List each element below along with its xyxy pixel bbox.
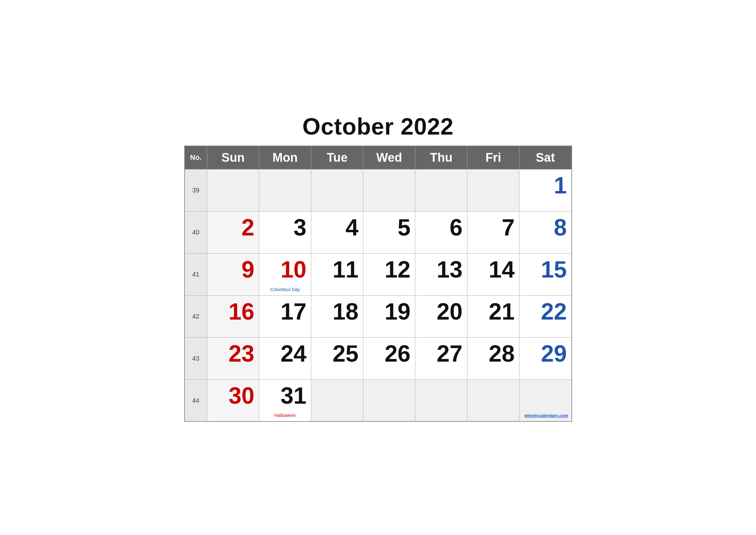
day-cell: 13 <box>415 253 467 295</box>
day-cell: 30 <box>207 380 259 421</box>
day-cell: 18 <box>311 295 363 337</box>
day-cell: 4 <box>311 211 363 253</box>
day-number: 21 <box>489 298 515 324</box>
week-number: 40 <box>185 211 207 253</box>
day-number: 6 <box>449 214 463 240</box>
day-cell: 19 <box>363 295 415 337</box>
day-number: 22 <box>541 298 567 324</box>
table-row: 443031Halloweenwheniscalendars.com <box>185 380 572 421</box>
day-number: 18 <box>333 298 359 324</box>
header-thu: Thu <box>415 146 467 169</box>
header-fri: Fri <box>467 146 519 169</box>
table-row: 41910Columbus Day1112131415 <box>185 253 572 295</box>
day-cell <box>311 380 363 421</box>
day-cell: 28 <box>467 337 519 380</box>
day-cell: 3 <box>259 211 311 253</box>
table-row: 4216171819202122 <box>185 295 572 337</box>
day-number: 25 <box>333 341 359 366</box>
day-cell: 7 <box>467 211 519 253</box>
day-number: 4 <box>345 214 359 240</box>
day-cell <box>363 380 415 421</box>
day-cell <box>259 169 311 211</box>
week-number: 43 <box>185 337 207 380</box>
day-cell: 26 <box>363 337 415 380</box>
day-cell: 24 <box>259 337 311 380</box>
day-cell: 10Columbus Day <box>259 253 311 295</box>
day-number: 1 <box>554 172 567 198</box>
day-cell: 27 <box>415 337 467 380</box>
table-row: 4323242526272829 <box>185 337 572 380</box>
header-sun: Sun <box>207 146 259 169</box>
day-number: 13 <box>437 257 463 282</box>
day-number: 15 <box>541 257 567 282</box>
day-number: 3 <box>293 214 307 240</box>
day-number: 20 <box>437 298 463 324</box>
header-mon: Mon <box>259 146 311 169</box>
day-cell: 17 <box>259 295 311 337</box>
day-cell: wheniscalendars.com <box>519 380 572 421</box>
week-number: 41 <box>185 253 207 295</box>
day-cell <box>311 169 363 211</box>
day-cell: 6 <box>415 211 467 253</box>
day-number: 24 <box>281 341 307 366</box>
calendar-container: October 2022 No. Sun Mon Tue Wed Thu Fri… <box>184 113 572 422</box>
day-cell: 2 <box>207 211 259 253</box>
day-number: 30 <box>229 383 255 408</box>
day-cell: 1 <box>519 169 572 211</box>
day-number: 26 <box>385 341 411 366</box>
day-cell <box>415 380 467 421</box>
day-number: 2 <box>241 214 255 240</box>
day-cell: 8 <box>519 211 572 253</box>
day-number: 27 <box>437 341 463 366</box>
day-number: 10 <box>281 257 307 282</box>
holiday-label: Columbus Day <box>259 287 311 292</box>
day-cell: 23 <box>207 337 259 380</box>
day-number: 8 <box>554 214 567 240</box>
header-tue: Tue <box>311 146 363 169</box>
day-number: 19 <box>385 298 411 324</box>
table-row: 402345678 <box>185 211 572 253</box>
day-number: 7 <box>501 214 515 240</box>
calendar-body: 39140234567841910Columbus Day11121314154… <box>185 169 572 421</box>
day-cell: 25 <box>311 337 363 380</box>
week-number: 42 <box>185 295 207 337</box>
day-cell: 12 <box>363 253 415 295</box>
day-cell: 15 <box>519 253 572 295</box>
day-cell <box>207 169 259 211</box>
day-number: 5 <box>397 214 411 240</box>
day-cell <box>467 169 519 211</box>
day-cell: 11 <box>311 253 363 295</box>
header-wed: Wed <box>363 146 415 169</box>
day-cell: 21 <box>467 295 519 337</box>
week-number: 44 <box>185 380 207 421</box>
day-cell: 14 <box>467 253 519 295</box>
day-number: 17 <box>281 298 307 324</box>
table-row: 391 <box>185 169 572 211</box>
day-cell: 5 <box>363 211 415 253</box>
day-number: 28 <box>489 341 515 366</box>
day-cell <box>363 169 415 211</box>
watermark-link[interactable]: wheniscalendars.com <box>524 413 568 418</box>
day-cell <box>415 169 467 211</box>
day-number: 12 <box>385 257 411 282</box>
day-number: 11 <box>333 257 359 282</box>
day-number: 9 <box>241 257 255 282</box>
calendar-title: October 2022 <box>184 113 572 140</box>
day-number: 31 <box>281 383 307 408</box>
day-cell: 29 <box>519 337 572 380</box>
header-no: No. <box>185 146 207 169</box>
day-cell: 20 <box>415 295 467 337</box>
header-row: No. Sun Mon Tue Wed Thu Fri Sat <box>185 146 572 169</box>
day-cell: 16 <box>207 295 259 337</box>
day-cell: 22 <box>519 295 572 337</box>
day-cell <box>467 380 519 421</box>
header-sat: Sat <box>519 146 572 169</box>
day-number: 29 <box>541 341 567 366</box>
day-number: 16 <box>229 298 255 324</box>
week-number: 39 <box>185 169 207 211</box>
day-cell: 31Halloween <box>259 380 311 421</box>
day-cell: 9 <box>207 253 259 295</box>
day-number: 14 <box>489 257 515 282</box>
holiday-label: Halloween <box>259 413 311 418</box>
calendar-table: No. Sun Mon Tue Wed Thu Fri Sat 39140234… <box>184 146 572 422</box>
